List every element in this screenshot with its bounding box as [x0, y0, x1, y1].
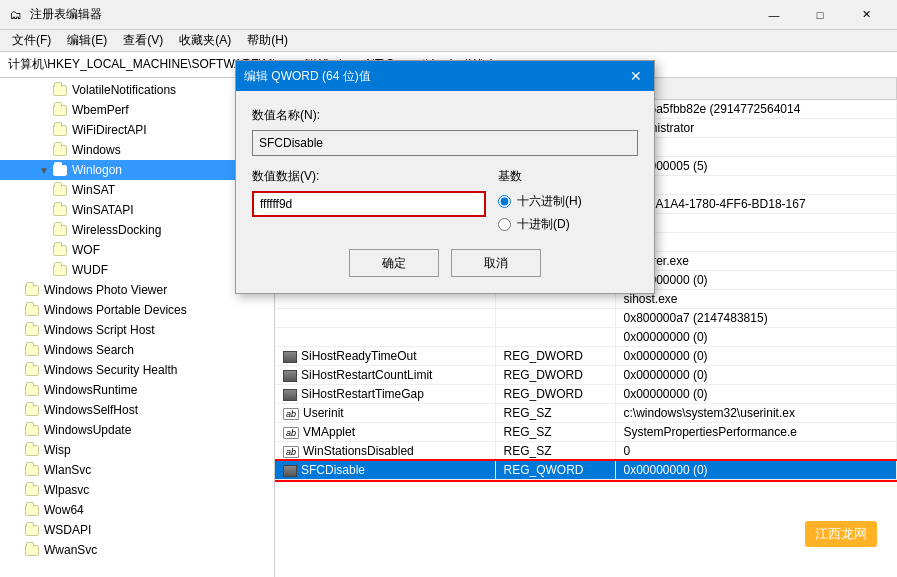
reg-data-row12: 0x800000a7 (2147483815): [615, 309, 897, 328]
tree-item-wbemperf[interactable]: WbemPerf: [0, 100, 274, 120]
table-row[interactable]: SiHostRestartCountLimitREG_DWORD0x000000…: [275, 366, 897, 385]
table-row[interactable]: abWinStationsDisabledREG_SZ0: [275, 442, 897, 461]
table-row[interactable]: SiHostReadyTimeOutREG_DWORD0x00000000 (0…: [275, 347, 897, 366]
close-button[interactable]: ✕: [843, 0, 889, 30]
dec-radio-label[interactable]: 十进制(D): [498, 216, 638, 233]
reg-name-sirestart: SiHostRestartCountLimit: [275, 366, 495, 385]
reg-data-sfcdisable: 0x00000000 (0): [615, 461, 897, 480]
tree-item-volatile[interactable]: VolatileNotifications: [0, 80, 274, 100]
tree-item-wifidirect[interactable]: WiFiDirectAPI: [0, 120, 274, 140]
tree-label-wsdapi: WSDAPI: [44, 523, 91, 537]
reg-data-row5: 0: [615, 176, 897, 195]
reg-data-row8: 0: [615, 233, 897, 252]
reg-name-sishost: SiHostReadyTimeOut: [275, 347, 495, 366]
reg-data-sirestart: 0x00000000 (0): [615, 366, 897, 385]
expand-icon-wlansvc: [8, 462, 24, 478]
menu-item-帮助h[interactable]: 帮助(H): [239, 30, 296, 51]
folder-icon-wirelessdocking: [52, 222, 68, 238]
reg-data-row4: 0x00000005 (5): [615, 157, 897, 176]
tree-item-search[interactable]: Windows Search: [0, 340, 274, 360]
expand-icon-photo: [8, 282, 24, 298]
tree-item-photo[interactable]: Windows Photo Viewer: [0, 280, 274, 300]
minimize-button[interactable]: —: [751, 0, 797, 30]
table-row[interactable]: abVMAppletREG_SZSystemPropertiesPerforma…: [275, 423, 897, 442]
tree-item-portable[interactable]: Windows Portable Devices: [0, 300, 274, 320]
base-section: 基数 十六进制(H) 十进制(D): [498, 168, 638, 233]
folder-icon-photo: [24, 282, 40, 298]
hex-radio[interactable]: [498, 195, 511, 208]
reg-data-row10: 0x00000000 (0): [615, 271, 897, 290]
folder-icon-wifidirect: [52, 122, 68, 138]
menu-item-收藏夹a[interactable]: 收藏夹(A): [171, 30, 239, 51]
folder-icon-volatile: [52, 82, 68, 98]
expand-icon-wirelessdocking: [36, 222, 52, 238]
tree-item-wsdapi[interactable]: WSDAPI: [0, 520, 274, 540]
expand-icon-script: [8, 322, 24, 338]
expand-icon-wlpasvc: [8, 482, 24, 498]
tree-label-wudf: WUDF: [72, 263, 108, 277]
tree-item-winsatapi[interactable]: WinSATAPI: [0, 200, 274, 220]
data-input[interactable]: [252, 191, 486, 217]
table-row[interactable]: 0x00000000 (0): [275, 328, 897, 347]
tree-item-wirelessdocking[interactable]: WirelessDocking: [0, 220, 274, 240]
cancel-button[interactable]: 取消: [451, 249, 541, 277]
tree-item-script[interactable]: Windows Script Host: [0, 320, 274, 340]
reg-name-winstations: abWinStationsDisabled: [275, 442, 495, 461]
tree-item-windows[interactable]: Windows: [0, 140, 274, 160]
expand-icon-winlogon: ▼: [36, 162, 52, 178]
tree-item-wow64[interactable]: Wow64: [0, 500, 274, 520]
tree-item-selfhost[interactable]: WindowsSelfHost: [0, 400, 274, 420]
dialog-close-button[interactable]: ✕: [626, 66, 646, 86]
tree-item-sechealth[interactable]: Windows Security Health: [0, 360, 274, 380]
folder-icon-wlansvc: [24, 462, 40, 478]
name-input[interactable]: [252, 130, 638, 156]
maximize-button[interactable]: □: [797, 0, 843, 30]
dec-radio[interactable]: [498, 218, 511, 231]
tree-item-update[interactable]: WindowsUpdate: [0, 420, 274, 440]
menu-item-文件f[interactable]: 文件(F): [4, 30, 59, 51]
expand-icon-wow64: [8, 502, 24, 518]
reg-data-row7: 1: [615, 214, 897, 233]
tree-label-volatile: VolatileNotifications: [72, 83, 176, 97]
folder-icon-winsatapi: [52, 202, 68, 218]
hex-radio-label[interactable]: 十六进制(H): [498, 193, 638, 210]
tree-item-winlogon[interactable]: ▼Winlogon: [0, 160, 274, 180]
reg-name-row12: [275, 309, 495, 328]
tree-item-runtime[interactable]: WindowsRuntime: [0, 380, 274, 400]
tree-item-wudf[interactable]: WUDF: [0, 260, 274, 280]
tree-item-wlansvc[interactable]: WlanSvc: [0, 460, 274, 480]
menu-item-编辑e[interactable]: 编辑(E): [59, 30, 115, 51]
tree-item-winsat[interactable]: WinSAT: [0, 180, 274, 200]
folder-icon-wsdapi: [24, 522, 40, 538]
reg-type-sfcdisable: REG_QWORD: [495, 461, 615, 480]
folder-icon-update: [24, 422, 40, 438]
expand-icon-wisp: [8, 442, 24, 458]
table-row[interactable]: SiHostRestartTimeGapREG_DWORD0x00000000 …: [275, 385, 897, 404]
expand-icon-windows: [36, 142, 52, 158]
reg-data-vmapplet: SystemPropertiesPerformance.e: [615, 423, 897, 442]
tree-item-wof[interactable]: WOF: [0, 240, 274, 260]
expand-icon-wbemperf: [36, 102, 52, 118]
confirm-button[interactable]: 确定: [349, 249, 439, 277]
tree-item-wlpasvc[interactable]: Wlpasvc: [0, 480, 274, 500]
tree-panel: VolatileNotificationsWbemPerfWiFiDirectA…: [0, 78, 275, 577]
dec-label: 十进制(D): [517, 216, 570, 233]
folder-icon-script: [24, 322, 40, 338]
hex-label: 十六进制(H): [517, 193, 582, 210]
title-bar: 🗂 注册表编辑器 — □ ✕: [0, 0, 897, 30]
app-icon: 🗂: [8, 7, 24, 23]
reg-data-sitimegap: 0x00000000 (0): [615, 385, 897, 404]
reg-name-userinit: abUserinit: [275, 404, 495, 423]
reg-type-sitimegap: REG_DWORD: [495, 385, 615, 404]
tree-label-runtime: WindowsRuntime: [44, 383, 137, 397]
dialog-body: 数值名称(N): 数值数据(V): 基数 十六进制(H) 十进制(D): [236, 91, 654, 293]
expand-icon-wwansvc: [8, 542, 24, 558]
menu-item-查看v[interactable]: 查看(V): [115, 30, 171, 51]
table-row[interactable]: SFCDisableREG_QWORD0x00000000 (0): [275, 461, 897, 480]
tree-label-update: WindowsUpdate: [44, 423, 131, 437]
table-row[interactable]: abUserinitREG_SZc:\windows\system32\user…: [275, 404, 897, 423]
folder-icon-wof: [52, 242, 68, 258]
tree-item-wisp[interactable]: Wisp: [0, 440, 274, 460]
tree-item-wwansvc[interactable]: WwanSvc: [0, 540, 274, 560]
table-row[interactable]: 0x800000a7 (2147483815): [275, 309, 897, 328]
